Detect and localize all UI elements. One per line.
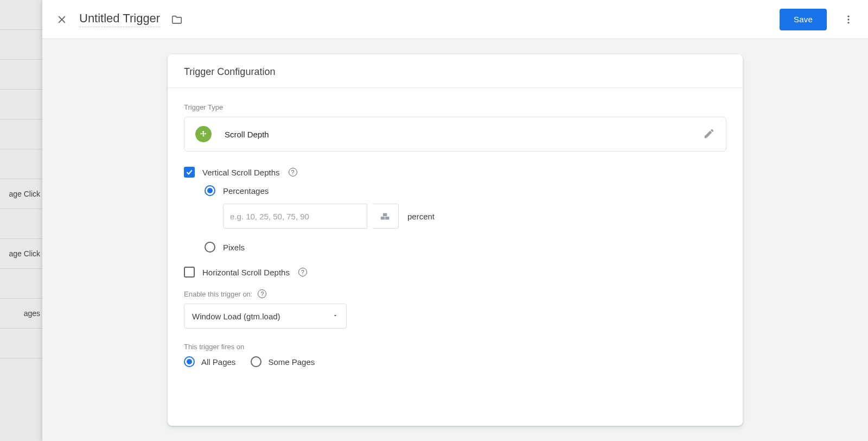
chevron-down-icon <box>332 312 339 320</box>
svg-rect-7 <box>382 213 386 217</box>
bg-row <box>0 329 42 358</box>
all-pages-radio[interactable] <box>184 356 195 367</box>
kebab-icon <box>843 14 854 25</box>
enable-help-icon[interactable]: ? <box>258 289 266 298</box>
enable-trigger-select[interactable]: Window Load (gtm.load) <box>184 304 347 329</box>
panel-header: Untitled Trigger Save <box>42 0 868 39</box>
bg-row: ages <box>0 299 42 329</box>
trigger-title-input[interactable]: Untitled Trigger <box>79 11 160 27</box>
all-pages-label: All Pages <box>201 357 235 367</box>
trigger-edit-panel: Untitled Trigger Save Trigger Configurat… <box>42 0 868 441</box>
horizontal-scroll-label: Horizontal Scroll Depths <box>202 268 290 277</box>
pencil-icon <box>703 128 715 140</box>
svg-rect-5 <box>380 217 384 220</box>
enable-trigger-label: Enable this trigger on: <box>184 290 252 298</box>
bg-row <box>0 90 42 119</box>
trigger-type-label: Trigger Type <box>184 103 726 111</box>
svg-point-3 <box>847 18 849 20</box>
close-icon <box>56 14 67 25</box>
brick-icon <box>380 211 392 221</box>
bg-row <box>0 269 42 299</box>
bg-row <box>0 60 42 90</box>
all-pages-option: All Pages <box>184 356 235 367</box>
bg-row: age Click <box>0 239 42 269</box>
percentages-input-row: percent <box>223 204 726 229</box>
some-pages-option: Some Pages <box>251 356 315 367</box>
some-pages-label: Some Pages <box>268 357 315 367</box>
vertical-scroll-label: Vertical Scroll Depths <box>202 168 280 177</box>
horizontal-scroll-row: Horizontal Scroll Depths ? <box>184 267 726 278</box>
horizontal-help-icon[interactable]: ? <box>298 268 307 276</box>
horizontal-scroll-checkbox[interactable] <box>184 267 195 278</box>
bg-row <box>0 30 42 60</box>
percentages-input[interactable] <box>223 204 367 229</box>
svg-rect-6 <box>385 217 389 220</box>
some-pages-radio[interactable] <box>251 356 261 367</box>
close-button[interactable] <box>55 13 68 26</box>
checkmark-icon <box>186 168 193 176</box>
folder-icon[interactable] <box>171 14 183 26</box>
pixels-label: Pixels <box>223 243 245 252</box>
scroll-depth-icon <box>195 126 212 142</box>
pixels-radio[interactable] <box>205 242 215 253</box>
percentages-radio[interactable] <box>205 185 215 196</box>
vertical-help-icon[interactable]: ? <box>289 168 297 177</box>
enable-trigger-value: Window Load (gtm.load) <box>192 312 280 321</box>
percentages-radio-row: Percentages <box>205 185 726 196</box>
more-options-button[interactable] <box>842 9 855 30</box>
bg-row <box>0 0 42 30</box>
fires-on-options: All Pages Some Pages <box>184 356 726 367</box>
bg-row: age Click <box>0 179 42 209</box>
save-button[interactable]: Save <box>780 9 827 30</box>
edit-trigger-type-button[interactable] <box>703 128 715 141</box>
background-list: age Click age Click ages <box>0 0 42 441</box>
panel-body: Trigger Configuration Trigger Type Scrol… <box>42 39 868 441</box>
card-heading: Trigger Configuration <box>168 54 743 88</box>
variable-picker-button[interactable] <box>373 204 399 229</box>
pixels-radio-row: Pixels <box>205 242 726 253</box>
vertical-scroll-row: Vertical Scroll Depths ? <box>184 167 726 178</box>
trigger-type-name: Scroll Depth <box>225 130 703 139</box>
fires-on-label: This trigger fires on <box>184 343 726 351</box>
bg-row <box>0 149 42 179</box>
svg-point-2 <box>847 15 849 17</box>
configuration-card: Trigger Configuration Trigger Type Scrol… <box>168 54 743 426</box>
svg-point-4 <box>847 22 849 23</box>
bg-row <box>0 119 42 149</box>
trigger-type-selector[interactable]: Scroll Depth <box>184 117 726 152</box>
percent-unit-label: percent <box>407 212 435 221</box>
vertical-scroll-checkbox[interactable] <box>184 167 195 178</box>
bg-row <box>0 209 42 239</box>
percentages-label: Percentages <box>223 186 269 196</box>
